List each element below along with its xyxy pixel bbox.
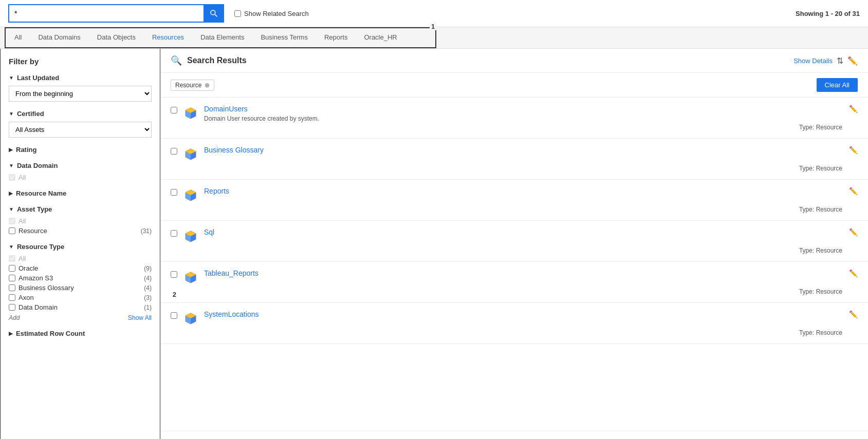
filter-data-domain-header[interactable]: ▼ Data Domain [9, 162, 152, 169]
result-item-4-checkbox[interactable] [171, 230, 177, 237]
show-related-label: Show Related Search [244, 10, 309, 17]
resource-type-data-domain-count: (1) [144, 304, 152, 311]
asset-type-arrow-icon: ▼ [9, 206, 14, 212]
resource-type-axon-checkbox[interactable] [9, 294, 15, 301]
filter-certified-header[interactable]: ▼ Certified [9, 110, 152, 118]
svg-line-1 [215, 14, 217, 16]
tab-resources[interactable]: Resources [144, 27, 192, 48]
filter-asset-type-label: Asset Type [17, 205, 52, 213]
result-item-2-icon [183, 147, 198, 163]
result-item-1-icon [183, 106, 198, 122]
resource-type-amazon-checkbox[interactable] [9, 275, 15, 281]
resource-type-all-checkbox [9, 255, 15, 262]
list-item: Reports Type: Resource ✏️ [160, 180, 868, 221]
cube-icon [183, 188, 198, 202]
asset-type-resource-checkbox[interactable] [9, 227, 15, 234]
result-item-5-edit-button[interactable]: ✏️ [849, 269, 858, 277]
result-item-3-name[interactable]: Reports [204, 187, 858, 195]
filter-add-label: Add [9, 314, 20, 321]
result-item-2-name[interactable]: Business Glossary [204, 146, 858, 154]
resource-type-data-domain-left: Data Domain [9, 303, 58, 311]
cube-icon [183, 311, 198, 326]
resource-type-oracle-checkbox[interactable] [9, 265, 15, 272]
filter-data-domain-section: ▼ Data Domain All [9, 162, 152, 181]
list-item: Tableau_Reports Type: Resource ✏️ [160, 262, 868, 303]
tabs-bar: All Data Domains Data Objects Resources … [0, 27, 868, 49]
filter-asset-type-header[interactable]: ▼ Asset Type [9, 205, 152, 213]
results-area: 🔍 Search Results Show Details ⇅ ✏️ Resou… [160, 49, 868, 439]
filter-estimated-row-header[interactable]: ▶ Estimated Row Count [9, 330, 152, 337]
result-item-5-name[interactable]: Tableau_Reports [204, 269, 858, 277]
filter-tags-row: Resource ⊗ Clear All [160, 73, 868, 98]
tab-all[interactable]: All [6, 27, 30, 48]
sort-button[interactable]: ⇅ [837, 56, 843, 66]
result-item-6-content: SystemLocations [204, 310, 858, 318]
filter-rating-header[interactable]: ▶ Rating [9, 146, 152, 154]
result-item-2-edit-button[interactable]: ✏️ [849, 146, 858, 154]
resource-type-all: All [9, 255, 26, 262]
result-item-5-checkbox[interactable] [171, 271, 177, 278]
asset-type-resource-left: Resource [9, 227, 47, 235]
result-item-6-name[interactable]: SystemLocations [204, 310, 858, 318]
result-item-5-icon [183, 270, 198, 286]
last-updated-arrow-icon: ▼ [9, 75, 14, 81]
show-related-checkbox[interactable] [234, 10, 241, 17]
tab-data-elements[interactable]: Data Elements [192, 27, 252, 48]
tab-data-objects[interactable]: Data Objects [89, 27, 144, 48]
result-item-3-edit-button[interactable]: ✏️ [849, 187, 858, 195]
result-item-2-checkbox[interactable] [171, 148, 177, 155]
list-item: Sql Type: Resource ✏️ [160, 221, 868, 262]
result-item-6-edit-button[interactable]: ✏️ [849, 310, 858, 318]
cube-icon [183, 229, 198, 243]
resource-type-biz-glossary-label: Business Glossary [19, 284, 74, 292]
results-title: Search Results [187, 56, 793, 65]
estimated-row-arrow-icon: ▶ [9, 331, 13, 336]
filter-last-updated-header[interactable]: ▼ Last Updated [9, 74, 152, 82]
result-item-4-name[interactable]: Sql [204, 228, 858, 236]
tab-business-terms[interactable]: Business Terms [252, 27, 316, 48]
tab-oracle-hr[interactable]: Oracle_HR [356, 27, 405, 48]
filter-tag-label: Resource [175, 82, 201, 89]
result-item-3-checkbox[interactable] [171, 189, 177, 196]
main-layout: Filter by ▼ Last Updated From the beginn… [0, 49, 868, 439]
filter-resource-type-header[interactable]: ▼ Resource Type [9, 243, 152, 251]
filter-last-updated-select[interactable]: From the beginning Last 7 days Last 30 d… [9, 86, 152, 102]
filter-show-all-btn[interactable]: Show All [128, 314, 152, 321]
resource-type-all-row: All [9, 255, 152, 262]
filter-estimated-row-label: Estimated Row Count [16, 330, 85, 337]
tab-data-domains[interactable]: Data Domains [30, 27, 88, 48]
filter-resource-name-header[interactable]: ▶ Resource Name [9, 189, 152, 197]
showing-count: Showing 1 - 20 of 31 [796, 10, 860, 17]
filter-resource-type-section: ▼ Resource Type All Oracle [9, 243, 152, 321]
filter-tag-close-icon[interactable]: ⊗ [205, 82, 210, 89]
resource-type-biz-glossary-checkbox[interactable] [9, 284, 15, 291]
search-button[interactable] [204, 4, 224, 23]
result-item-6-checkbox[interactable] [171, 312, 177, 319]
tab-reports[interactable]: Reports [316, 27, 356, 48]
search-input[interactable] [8, 4, 204, 23]
result-item-1-name[interactable]: DomainUsers [204, 105, 858, 113]
filter-certified-select[interactable]: All Assets Certified Not Certified [9, 122, 152, 138]
result-item-5-content: Tableau_Reports [204, 269, 858, 277]
resource-type-oracle-label: Oracle [19, 264, 38, 272]
result-item-1-edit-button[interactable]: ✏️ [849, 105, 858, 113]
resource-type-all-label: All [19, 255, 26, 262]
resource-type-data-domain-checkbox[interactable] [9, 304, 15, 311]
result-item-2-content: Business Glossary [204, 146, 858, 154]
resource-type-data-domain-label: Data Domain [19, 303, 58, 311]
show-details-button[interactable]: Show Details [793, 57, 833, 65]
edit-button[interactable]: ✏️ [847, 56, 858, 66]
cube-icon [183, 270, 198, 284]
clear-all-button[interactable]: Clear All [817, 78, 858, 92]
filter-certified-label: Certified [17, 110, 44, 118]
filter-add-showall: Add Show All [9, 314, 152, 321]
filter-data-domain-label: Data Domain [17, 162, 58, 169]
result-item-4-edit-button[interactable]: ✏️ [849, 228, 858, 236]
result-item-1-desc: Domain User resource created by system. [204, 115, 858, 122]
svg-point-0 [211, 10, 215, 15]
rating-arrow-icon: ▶ [9, 147, 13, 152]
asset-type-resource-label: Resource [19, 227, 47, 235]
result-item-1-checkbox[interactable] [171, 107, 177, 113]
search-results-icon: 🔍 [171, 55, 182, 66]
result-item-3-type: Type: Resource [799, 206, 842, 213]
